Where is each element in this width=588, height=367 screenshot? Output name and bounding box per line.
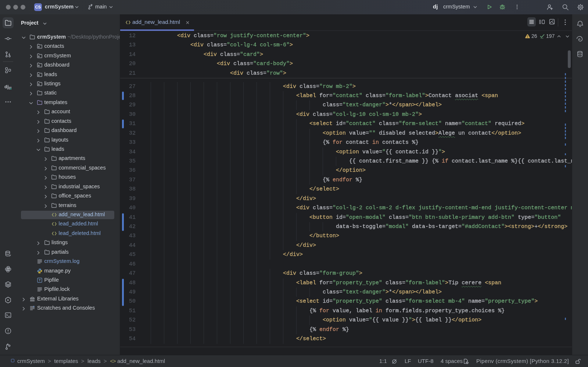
svg-text:dj: dj (4, 84, 9, 89)
